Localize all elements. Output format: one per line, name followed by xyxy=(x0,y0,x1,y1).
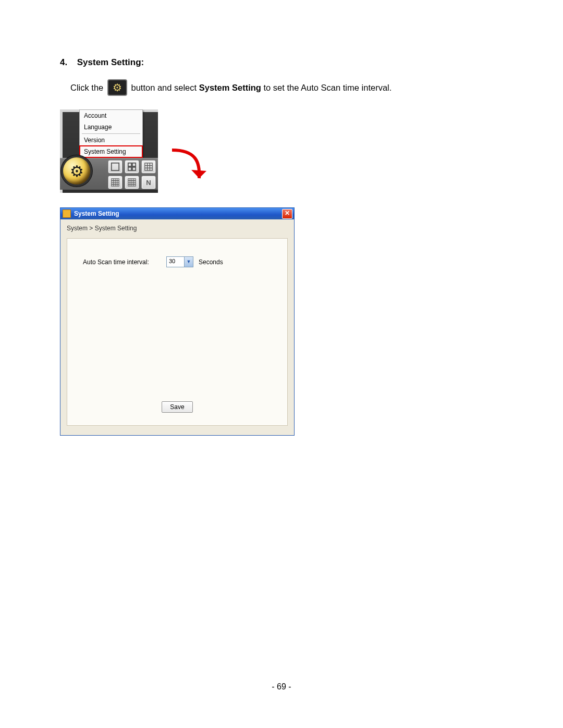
intro-mid: button and select xyxy=(131,83,199,92)
page-number: - 69 - xyxy=(0,682,563,692)
save-button[interactable]: Save xyxy=(162,401,193,413)
dialog-title: System Setting xyxy=(74,210,119,217)
auto-scan-label: Auto Scan time interval: xyxy=(83,258,161,266)
layout-grid-icon[interactable] xyxy=(125,176,139,189)
context-menu: Account Language Version System Setting xyxy=(79,109,143,158)
chevron-down-icon[interactable]: ▼ xyxy=(184,257,193,267)
svg-marker-5 xyxy=(191,170,206,178)
menu-item-system-setting[interactable]: System Setting xyxy=(79,145,143,158)
heading-title: System Setting: xyxy=(77,57,144,67)
layout-1x1-icon[interactable] xyxy=(108,160,123,174)
dialog-body: System > System Setting Auto Scan time i… xyxy=(60,219,294,435)
heading-number: 4. xyxy=(60,57,75,68)
close-button[interactable]: ✕ xyxy=(282,209,292,219)
curved-arrow-icon xyxy=(167,146,209,198)
dialog-panel: Auto Scan time interval: 30 ▼ Seconds Sa… xyxy=(67,238,288,426)
auto-scan-unit: Seconds xyxy=(199,258,223,266)
layout-n-icon[interactable]: N xyxy=(141,176,156,189)
intro-bold: System Setting xyxy=(199,83,261,92)
svg-rect-3 xyxy=(128,167,131,170)
layout-3x3-icon[interactable] xyxy=(141,160,156,174)
intro-pre: Click the xyxy=(70,83,106,92)
svg-rect-2 xyxy=(132,163,136,166)
dialog-title-icon xyxy=(63,209,71,218)
menu-item-version[interactable]: Version xyxy=(80,134,142,146)
toolbar: ⚙ N xyxy=(60,158,158,190)
auto-scan-select[interactable]: 30 ▼ xyxy=(166,256,193,267)
layout-2x2-icon[interactable] xyxy=(125,160,139,174)
intro-post: to set the Auto Scan time interval. xyxy=(264,83,392,92)
auto-scan-value: 30 xyxy=(169,258,175,264)
menu-item-account[interactable]: Account xyxy=(80,110,142,121)
svg-rect-0 xyxy=(112,163,119,170)
section-heading: 4. System Setting: xyxy=(60,57,503,68)
gear-button[interactable]: ⚙ xyxy=(63,157,90,184)
svg-rect-4 xyxy=(132,167,136,170)
svg-rect-1 xyxy=(128,163,131,166)
menu-divider xyxy=(82,133,140,134)
layout-4x4-icon[interactable] xyxy=(108,176,123,189)
intro-sentence: Click the button and select System Setti… xyxy=(70,80,503,97)
layout-buttons: N xyxy=(108,160,156,189)
auto-scan-row: Auto Scan time interval: 30 ▼ Seconds xyxy=(83,256,272,267)
menu-item-language[interactable]: Language xyxy=(80,121,142,133)
breadcrumb: System > System Setting xyxy=(67,225,288,232)
system-setting-dialog: System Setting ✕ System > System Setting… xyxy=(60,207,295,436)
dialog-titlebar: System Setting ✕ xyxy=(60,208,294,219)
gear-icon xyxy=(107,79,127,96)
menu-screenshot: Account Language Version System Setting … xyxy=(60,109,158,190)
